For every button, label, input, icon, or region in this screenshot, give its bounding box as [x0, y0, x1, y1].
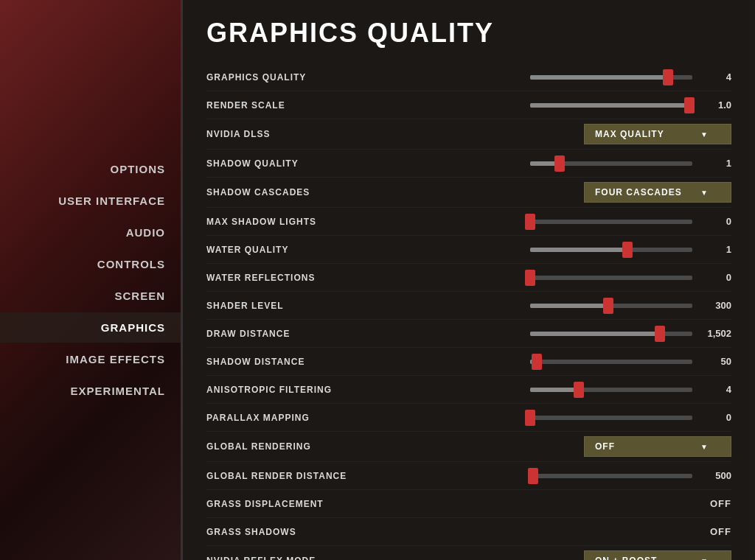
- slider-thumb-anisotropic-filtering[interactable]: [574, 382, 584, 398]
- setting-label-shadow-cascades: SHADOW CASCADES: [206, 187, 413, 197]
- slider-track-render-scale[interactable]: [530, 103, 692, 108]
- setting-row-water-quality: WATER QUALITY1: [206, 236, 731, 264]
- slider-value-parallax-mapping: 0: [698, 412, 731, 423]
- slider-thumb-shadow-distance[interactable]: [532, 354, 542, 370]
- setting-label-graphics-quality: GRAPHICS QUALITY: [206, 72, 413, 83]
- setting-control-global-render-distance: 500: [413, 470, 731, 481]
- setting-control-render-scale: 1.0: [413, 99, 731, 111]
- setting-control-water-reflections: 0: [413, 272, 731, 283]
- slider-value-draw-distance: 1,502: [698, 328, 731, 339]
- dropdown-value-shadow-cascades: Four Cascades: [595, 187, 682, 197]
- sidebar-item-controls[interactable]: CONTROLS: [0, 249, 183, 279]
- setting-control-nvidia-reflex-mode: ON + BOOST▼: [413, 550, 731, 560]
- dropdown-nvidia-dlss[interactable]: Max Quality▼: [584, 124, 731, 144]
- slider-track-shadow-quality[interactable]: [530, 161, 692, 166]
- setting-row-water-reflections: WATER REFLECTIONS0: [206, 264, 731, 292]
- setting-control-grass-shadows: OFF: [413, 526, 731, 537]
- slider-track-max-shadow-lights[interactable]: [530, 220, 692, 224]
- slider-thumb-max-shadow-lights[interactable]: [525, 214, 535, 230]
- slider-track-shadow-distance[interactable]: [530, 360, 692, 364]
- setting-control-nvidia-dlss: Max Quality▼: [413, 124, 731, 144]
- slider-thumb-water-quality[interactable]: [622, 242, 633, 258]
- sidebar-item-experimental[interactable]: EXPERIMENTAL: [0, 376, 183, 406]
- slider-container-graphics-quality: 4: [413, 71, 731, 83]
- setting-row-graphics-quality: GRAPHICS QUALITY4: [206, 63, 731, 91]
- slider-value-shadow-distance: 50: [698, 356, 731, 367]
- setting-row-nvidia-reflex-mode: NVIDIA REFLEX MODEON + BOOST▼: [206, 546, 731, 560]
- slider-value-water-reflections: 0: [698, 272, 731, 283]
- slider-thumb-draw-distance[interactable]: [655, 326, 665, 342]
- slider-value-anisotropic-filtering: 4: [698, 384, 731, 395]
- setting-control-shader-level: 300: [413, 300, 731, 311]
- slider-value-water-quality: 1: [698, 244, 731, 255]
- slider-value-global-render-distance: 500: [698, 470, 731, 481]
- slider-thumb-render-scale[interactable]: [684, 97, 695, 113]
- slider-track-graphics-quality[interactable]: [530, 75, 692, 80]
- slider-container-anisotropic-filtering: 4: [413, 384, 731, 395]
- setting-label-max-shadow-lights: MAX SHADOW LIGHTS: [206, 217, 413, 227]
- slider-value-render-scale: 1.0: [698, 99, 731, 111]
- dropdown-shadow-cascades[interactable]: Four Cascades▼: [584, 182, 731, 203]
- setting-control-draw-distance: 1,502: [413, 328, 731, 339]
- sidebar-item-audio[interactable]: AUDIO: [0, 217, 183, 248]
- slider-container-parallax-mapping: 0: [413, 412, 731, 423]
- slider-container-shadow-quality: 1: [413, 158, 731, 169]
- setting-row-shader-level: SHADER LEVEL300: [206, 292, 731, 320]
- dropdown-global-rendering[interactable]: OFF▼: [584, 436, 731, 457]
- slider-track-draw-distance[interactable]: [530, 332, 692, 336]
- slider-track-water-reflections[interactable]: [530, 276, 692, 280]
- sidebar-nav: OPTIONSUSER INTERFACEAUDIOCONTROLSSCREEN…: [0, 154, 183, 406]
- setting-row-nvidia-dlss: NVIDIA DLSSMax Quality▼: [206, 119, 731, 150]
- setting-control-shadow-cascades: Four Cascades▼: [413, 182, 731, 203]
- sidebar-item-image-effects[interactable]: IMAGE EFFECTS: [0, 344, 183, 374]
- slider-thumb-parallax-mapping[interactable]: [525, 410, 535, 426]
- sidebar-item-options[interactable]: OPTIONS: [0, 154, 183, 184]
- setting-label-shadow-distance: SHADOW DISTANCE: [206, 357, 413, 367]
- slider-container-shadow-distance: 50: [413, 356, 731, 367]
- setting-label-water-quality: WATER QUALITY: [206, 245, 413, 255]
- slider-track-global-render-distance[interactable]: [530, 474, 692, 478]
- text-value-grass-displacement: OFF: [710, 498, 731, 509]
- setting-control-max-shadow-lights: 0: [413, 216, 731, 227]
- setting-control-global-rendering: OFF▼: [413, 436, 731, 457]
- page-title: GRAPHICS QUALITY: [206, 18, 731, 49]
- main-content: GRAPHICS QUALITY GRAPHICS QUALITY4RENDER…: [183, 0, 755, 560]
- slider-container-render-scale: 1.0: [413, 99, 731, 111]
- setting-row-max-shadow-lights: MAX SHADOW LIGHTS0: [206, 208, 731, 236]
- dropdown-arrow-shadow-cascades: ▼: [700, 189, 709, 197]
- slider-thumb-shader-level[interactable]: [603, 298, 613, 314]
- setting-label-grass-displacement: GRASS DISPLACEMENT: [206, 499, 413, 509]
- setting-label-parallax-mapping: PARALLAX MAPPING: [206, 413, 413, 423]
- slider-container-water-quality: 1: [413, 244, 731, 255]
- setting-row-grass-shadows: GRASS SHADOWSOFF: [206, 518, 731, 546]
- slider-container-draw-distance: 1,502: [413, 328, 731, 339]
- setting-row-shadow-cascades: SHADOW CASCADESFour Cascades▼: [206, 178, 731, 208]
- slider-thumb-water-reflections[interactable]: [525, 270, 535, 286]
- slider-thumb-shadow-quality[interactable]: [554, 155, 565, 172]
- sidebar-item-screen[interactable]: SCREEN: [0, 281, 183, 311]
- setting-label-draw-distance: DRAW DISTANCE: [206, 329, 413, 339]
- slider-value-max-shadow-lights: 0: [698, 216, 731, 227]
- slider-value-shadow-quality: 1: [698, 158, 731, 169]
- setting-row-draw-distance: DRAW DISTANCE1,502: [206, 320, 731, 348]
- settings-list: GRAPHICS QUALITY4RENDER SCALE1.0NVIDIA D…: [206, 63, 731, 560]
- slider-container-shader-level: 300: [413, 300, 731, 311]
- setting-row-parallax-mapping: PARALLAX MAPPING0: [206, 404, 731, 432]
- sidebar-item-user-interface[interactable]: USER INTERFACE: [0, 186, 183, 216]
- setting-row-render-scale: RENDER SCALE1.0: [206, 91, 731, 119]
- setting-label-global-render-distance: GLOBAL RENDER DISTANCE: [206, 471, 413, 481]
- slider-track-water-quality[interactable]: [530, 248, 692, 252]
- slider-container-water-reflections: 0: [413, 272, 731, 283]
- slider-value-shader-level: 300: [698, 300, 731, 311]
- slider-track-shader-level[interactable]: [530, 304, 692, 308]
- setting-control-anisotropic-filtering: 4: [413, 384, 731, 395]
- dropdown-nvidia-reflex-mode[interactable]: ON + BOOST▼: [584, 550, 731, 560]
- setting-label-render-scale: RENDER SCALE: [206, 100, 413, 111]
- setting-label-shadow-quality: SHADOW QUALITY: [206, 158, 413, 169]
- slider-track-parallax-mapping[interactable]: [530, 416, 692, 420]
- slider-thumb-graphics-quality[interactable]: [663, 69, 673, 85]
- slider-thumb-global-render-distance[interactable]: [528, 468, 538, 484]
- slider-track-anisotropic-filtering[interactable]: [530, 388, 692, 392]
- setting-control-shadow-distance: 50: [413, 356, 731, 367]
- sidebar-item-graphics[interactable]: GRAPHICS: [0, 312, 183, 343]
